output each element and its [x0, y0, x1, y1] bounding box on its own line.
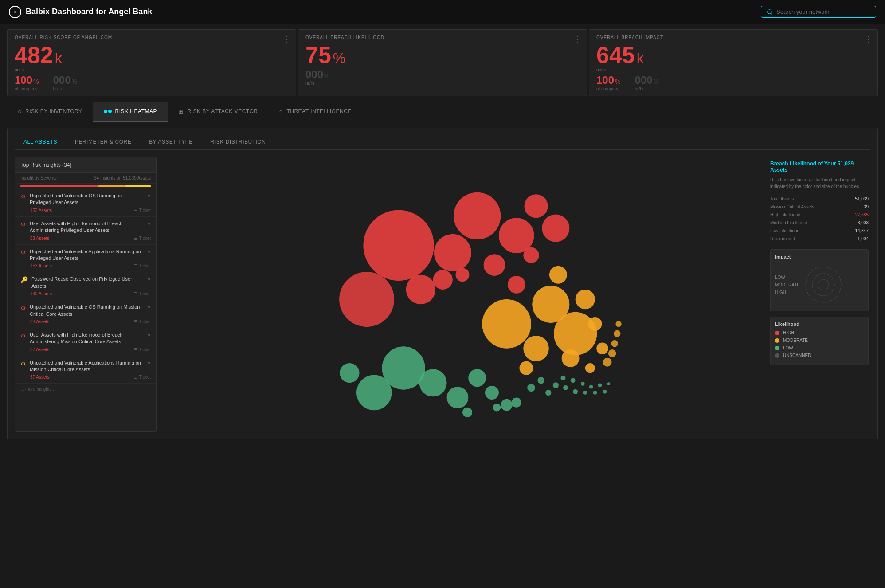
- svg-point-5: [525, 194, 548, 218]
- svg-point-44: [573, 389, 578, 394]
- left-panel-title: Top Risk Insights (34): [20, 162, 71, 168]
- metric-dots-risk[interactable]: ⋮: [282, 34, 290, 44]
- impact-circles-svg: [803, 265, 843, 305]
- metric-item-hrhr-bl: 000 % hr/hr: [305, 68, 330, 86]
- insight-ticket-7[interactable]: ☰ Ticket: [134, 375, 151, 380]
- insight-text-3: Unpatched and Vulnerable Applications Ru…: [30, 248, 144, 262]
- insight-footer-6: 37 Assets ☰ Ticket: [20, 347, 151, 352]
- legend-label-moderate: MODERATE: [783, 338, 808, 343]
- metric-hrhr-bl-label: hr/hr: [305, 81, 330, 86]
- insight-expand-3[interactable]: ▾: [148, 248, 151, 255]
- svg-point-8: [484, 254, 505, 276]
- sub-tab-by-asset-type-label: BY ASSET TYPE: [149, 139, 193, 145]
- sub-tab-risk-dist[interactable]: RISK DISTRIBUTION: [202, 135, 275, 149]
- insight-text-2: User Assets with High Likelihood of Brea…: [30, 220, 144, 234]
- metric-company-bi-label: of company: [596, 86, 621, 91]
- insight-ticket-2[interactable]: ☰ Ticket: [134, 236, 151, 241]
- stats-label-low: Low Likelihood: [770, 228, 799, 233]
- insight-ticket-1[interactable]: ☰ Ticket: [134, 208, 151, 213]
- metric-company-bi-pct: %: [615, 78, 620, 85]
- list-item[interactable]: ⚙ Unpatched and Vulnerable OS Running on…: [15, 189, 156, 217]
- header: ○ Balbix Dashboard for Angel Bank: [0, 0, 885, 24]
- sub-tab-perimeter[interactable]: PERIMETER & CORE: [66, 135, 140, 149]
- insight-ticket-5[interactable]: ☰ Ticket: [134, 319, 151, 324]
- metric-dots-bl[interactable]: ⋮: [573, 34, 581, 44]
- tab-risk-inventory[interactable]: ○ RISK BY INVENTORY: [7, 102, 93, 122]
- insight-expand-2[interactable]: ▾: [148, 220, 151, 227]
- insight-ticket-4[interactable]: ☰ Ticket: [134, 291, 151, 296]
- insight-ticket-6[interactable]: ☰ Ticket: [134, 347, 151, 352]
- metric-secondary-bl: 000 % hr/hr: [305, 68, 580, 86]
- metric-dots-bi[interactable]: ⋮: [864, 34, 872, 44]
- list-item[interactable]: ⚙ User Assets with High Likelihood of Br…: [15, 217, 156, 245]
- app-title: Balbix Dashboard for Angel Bank: [26, 7, 152, 16]
- legend-dot-moderate: [775, 338, 779, 343]
- insight-expand-5[interactable]: ▾: [148, 304, 151, 310]
- tab-threat-intel[interactable]: ○ THREAT INTELLIGENCE: [268, 102, 362, 122]
- sub-tab-risk-dist-label: RISK DISTRIBUTION: [211, 139, 266, 145]
- list-item[interactable]: ⚙ Unpatched and Vulnerable Applications …: [15, 245, 156, 273]
- sub-tab-all-assets[interactable]: ALL ASSETS: [15, 135, 66, 149]
- tab-risk-attack[interactable]: ⊞ RISK BY ATTACK VECTOR: [168, 102, 268, 122]
- insight-expand-6[interactable]: ▾: [148, 332, 151, 338]
- stats-val-medium: 8,003: [858, 220, 869, 225]
- svg-point-19: [549, 266, 567, 284]
- svg-point-55: [614, 330, 621, 337]
- insight-assets-1: 153 Assets: [30, 208, 52, 213]
- svg-point-23: [588, 317, 602, 331]
- tab-risk-heatmap[interactable]: RISK HEATMAP: [93, 102, 168, 122]
- bubble-chart-area: [162, 157, 763, 432]
- metric-company-bi-val: 100: [596, 74, 614, 86]
- more-insights[interactable]: ... more insights ...: [15, 384, 156, 394]
- insight-assets-7: 37 Assets: [30, 375, 49, 380]
- metric-title-bl: OVERALL BREACH LIKELIHOOD: [305, 35, 580, 40]
- svg-point-17: [554, 312, 597, 355]
- stats-row: Medium Likelihood 8,003: [770, 219, 869, 227]
- svg-point-40: [553, 382, 559, 388]
- list-item[interactable]: ⚙ Unpatched and Vulnerable OS Running on…: [15, 300, 156, 328]
- list-item[interactable]: 🔑 Password Reuse Observed on Privileged …: [15, 272, 156, 300]
- list-item[interactable]: ⚙ Unpatched and Vulnerable Applications …: [15, 356, 156, 384]
- svg-point-56: [615, 321, 621, 327]
- metric-hrhr-bl-val: 000: [305, 68, 323, 81]
- insight-expand-1[interactable]: ▾: [148, 192, 151, 199]
- sub-tab-by-asset-type[interactable]: BY ASSET TYPE: [140, 135, 202, 149]
- right-panel-title[interactable]: Breach Likelihood of Your 51,039 Assets: [770, 161, 869, 173]
- insight-icon-3: ⚙: [20, 249, 26, 256]
- insight-footer-7: 37 Assets ☰ Ticket: [20, 375, 151, 380]
- svg-point-51: [607, 382, 611, 385]
- metric-main-risk: 482 k: [15, 43, 289, 67]
- insight-meta: Insight by Severity 34 Insights on 51,03…: [15, 173, 156, 184]
- svg-point-53: [608, 349, 616, 357]
- metric-title-bi: OVERALL BREACH IMPACT: [596, 35, 870, 40]
- insight-expand-4[interactable]: ▾: [148, 276, 151, 282]
- metric-units-risk: units: [15, 67, 289, 72]
- heatmap-layout: Top Risk Insights (34) Insight by Severi…: [15, 157, 870, 432]
- search-box[interactable]: [761, 6, 876, 18]
- search-input[interactable]: [776, 8, 865, 15]
- list-item[interactable]: ⚙ User Assets with High Likelihood of Br…: [15, 328, 156, 356]
- impact-box: Impact LOW MODERATE HIGH: [770, 249, 869, 311]
- svg-point-39: [545, 390, 551, 396]
- svg-point-35: [493, 404, 501, 412]
- sub-tab-all-assets-label: ALL ASSETS: [23, 139, 57, 145]
- insight-text-4: Password Reuse Observed on Privileged Us…: [31, 276, 144, 290]
- svg-point-50: [603, 390, 607, 394]
- likelihood-box: Likelihood HIGH MODERATE LOW UNSCANNED: [770, 317, 869, 365]
- insight-footer-2: 53 Assets ☰ Ticket: [20, 236, 151, 241]
- svg-point-0: [768, 9, 771, 13]
- svg-point-12: [406, 275, 435, 304]
- app-logo: ○ Balbix Dashboard for Angel Bank: [9, 6, 152, 18]
- insight-ticket-3[interactable]: ☰ Ticket: [134, 263, 151, 268]
- stats-label-medium: Medium Likelihood: [770, 220, 807, 225]
- insight-expand-7[interactable]: ▾: [148, 360, 151, 366]
- metric-label-company: of company: [15, 86, 39, 91]
- svg-point-46: [583, 391, 587, 395]
- stats-val-mission: 39: [864, 204, 869, 209]
- metric-item-company-bi: 100 % of company: [596, 74, 621, 91]
- legend-item-high: HIGH: [775, 330, 864, 335]
- stats-row: Low Likelihood 14,347: [770, 227, 869, 235]
- main-tabs: ○ RISK BY INVENTORY RISK HEATMAP ⊞ RISK …: [0, 102, 885, 122]
- svg-point-25: [585, 363, 595, 373]
- stats-label-total: Total Assets: [770, 196, 794, 201]
